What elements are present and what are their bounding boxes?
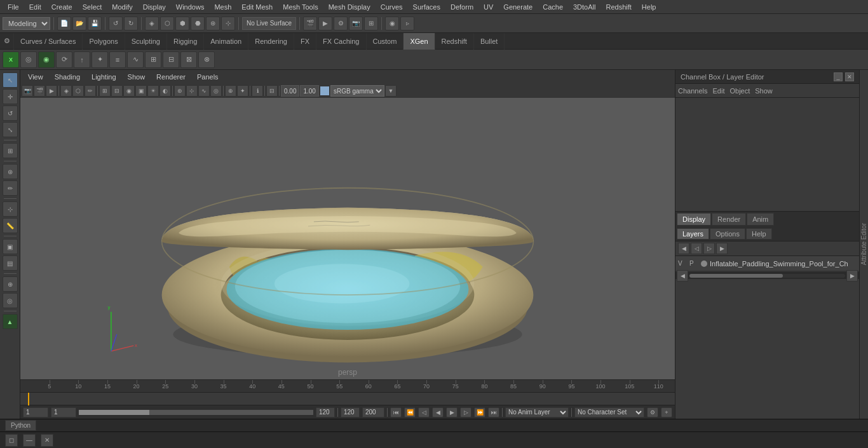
tabs-settings-icon[interactable]: ⚙: [0, 33, 14, 50]
tab-rendering[interactable]: Rendering: [248, 33, 294, 50]
tab-xgen[interactable]: XGen: [403, 33, 435, 50]
select-tool[interactable]: ↖: [3, 72, 18, 88]
xgen-btn-7[interactable]: ∿: [127, 51, 144, 68]
menu-display[interactable]: Display: [138, 2, 171, 12]
measure-tool[interactable]: 📏: [3, 218, 18, 233]
xgen-btn-9[interactable]: ⊟: [163, 51, 179, 68]
vpt-grid[interactable]: ⊞: [99, 85, 111, 97]
menu-windows[interactable]: Windows: [171, 2, 210, 12]
live-surface-button[interactable]: No Live Surface: [242, 17, 296, 30]
menu-select[interactable]: Select: [78, 2, 107, 12]
layer-nav-left2[interactable]: ◁: [691, 243, 702, 254]
vp-menu-panels[interactable]: Panels: [192, 72, 224, 82]
layer-row-default[interactable]: V P Inflatable_Paddling_Swimming_Pool_fo…: [675, 256, 859, 271]
vp-menu-renderer[interactable]: Renderer: [151, 72, 191, 82]
xgen-btn-5[interactable]: ✦: [92, 51, 108, 68]
frame-field2[interactable]: [51, 407, 76, 417]
vpt-shadow[interactable]: ◐: [159, 85, 171, 97]
xgen-btn-4[interactable]: ↑: [74, 51, 90, 68]
python-tab[interactable]: Python: [5, 420, 36, 431]
scroll-track[interactable]: [689, 274, 845, 278]
extra-btn1[interactable]: ◉: [385, 17, 399, 31]
tab-anim[interactable]: Anim: [747, 213, 774, 226]
pivot-btn[interactable]: ⊕: [3, 276, 18, 292]
tab-redshift[interactable]: Redshift: [435, 33, 474, 50]
tab-fx-caching[interactable]: FX Caching: [316, 33, 366, 50]
tab-curves-surfaces[interactable]: Curves / Surfaces: [14, 33, 83, 50]
vpt-dof[interactable]: ◎: [210, 85, 222, 97]
tab-custom[interactable]: Custom: [367, 33, 404, 50]
vpt-lasso[interactable]: ⬡: [72, 85, 84, 97]
xgen-btn-0[interactable]: X: [3, 51, 19, 68]
menu-modify[interactable]: Modify: [107, 2, 137, 12]
menu-surfaces[interactable]: Surfaces: [408, 2, 445, 12]
xgen-icon-btn[interactable]: ▲: [3, 314, 18, 329]
show-label[interactable]: Show: [755, 87, 773, 95]
attribute-editor-tab[interactable]: Attribute Editor: [859, 70, 868, 419]
panel-minimize-btn[interactable]: _: [834, 72, 843, 81]
frame-out-input[interactable]: [341, 407, 360, 417]
xgen-btn-3[interactable]: ⟳: [56, 51, 72, 68]
xgen-btn-1[interactable]: ◎: [20, 51, 37, 68]
timeline-ruler[interactable]: 5101520253035404550556065707580859095100…: [20, 380, 675, 393]
footer-icon-window[interactable]: ◻: [5, 434, 18, 447]
tab-sculpting[interactable]: Sculpting: [125, 33, 167, 50]
step-back-button[interactable]: ◁: [418, 407, 430, 417]
rp-scrollbar[interactable]: ◀ ▶: [675, 271, 859, 279]
vpt-texture[interactable]: ▣: [135, 85, 147, 97]
vpt-heads-up[interactable]: ℹ: [252, 85, 263, 97]
move-tool[interactable]: ✛: [3, 89, 18, 104]
color-space-selector[interactable]: sRGB gamma: [330, 85, 384, 97]
layer-nav-right[interactable]: ▷: [703, 243, 715, 254]
vpt-bookmark[interactable]: ⊟: [266, 85, 278, 97]
vp-menu-shading[interactable]: Shading: [50, 72, 85, 82]
menu-generate[interactable]: Generate: [498, 2, 538, 12]
render-settings-button[interactable]: ⚙: [334, 17, 348, 31]
vpt-aa[interactable]: ⊹: [186, 85, 198, 97]
menu-curves[interactable]: Curves: [376, 2, 408, 12]
panel-close-btn[interactable]: ✕: [845, 72, 854, 81]
vp-menu-lighting[interactable]: Lighting: [86, 72, 121, 82]
frame-end-input[interactable]: [316, 407, 335, 417]
vp-menu-view[interactable]: View: [23, 72, 48, 82]
vpt-wire[interactable]: ⊟: [111, 85, 123, 97]
channels-label[interactable]: Channels: [678, 87, 707, 95]
paint-select-button[interactable]: ⬢: [175, 17, 189, 31]
go-start-button[interactable]: ⏮: [390, 407, 402, 417]
layout-btn2[interactable]: ▤: [3, 255, 18, 271]
attr-editor-label[interactable]: Attribute Editor: [859, 219, 868, 269]
camera-button[interactable]: 📷: [349, 17, 363, 31]
lasso-select-button[interactable]: ⬡: [160, 17, 174, 31]
layer-tab-help[interactable]: Help: [746, 228, 772, 240]
mode-selector[interactable]: Modeling: [3, 17, 50, 30]
snap-to-grid[interactable]: ⊹: [3, 201, 18, 217]
vpt-film[interactable]: 🎬: [34, 85, 45, 97]
new-scene-button[interactable]: 📄: [57, 17, 71, 31]
menu-edit[interactable]: Edit: [24, 2, 46, 12]
layer-nav-left[interactable]: ◀: [678, 243, 689, 254]
timeline-track[interactable]: [20, 393, 675, 405]
vpt-shading[interactable]: ◉: [123, 85, 135, 97]
tab-render[interactable]: Render: [712, 213, 746, 226]
menu-edit-mesh[interactable]: Edit Mesh: [236, 2, 278, 12]
vpt-camera[interactable]: 📷: [22, 85, 33, 97]
xgen-btn-8[interactable]: ⊞: [145, 51, 161, 68]
vpt-isolate[interactable]: ⊕: [225, 85, 236, 97]
char-set-selector[interactable]: No Character Set: [574, 407, 644, 417]
menu-help[interactable]: Help: [637, 2, 661, 12]
tab-rigging[interactable]: Rigging: [167, 33, 204, 50]
prev-key-button[interactable]: ⏪: [404, 407, 416, 417]
xgen-btn-10[interactable]: ⊠: [180, 51, 197, 68]
char-set-btn2[interactable]: +: [661, 407, 672, 417]
scale-tool[interactable]: ⤡: [3, 122, 18, 137]
play-forward-button[interactable]: ▶: [446, 407, 458, 417]
scroll-right-btn[interactable]: ▶: [846, 270, 858, 282]
last-tool[interactable]: ⊞: [3, 143, 18, 158]
go-end-button[interactable]: ⏭: [488, 407, 499, 417]
xgen-btn-2[interactable]: ◉: [38, 51, 55, 68]
menu-mesh-display[interactable]: Mesh Display: [323, 2, 376, 12]
scroll-thumb[interactable]: [689, 274, 783, 278]
tab-animation[interactable]: Animation: [204, 33, 248, 50]
soft-select[interactable]: ⊛: [3, 164, 18, 179]
menu-mesh-tools[interactable]: Mesh Tools: [278, 2, 323, 12]
